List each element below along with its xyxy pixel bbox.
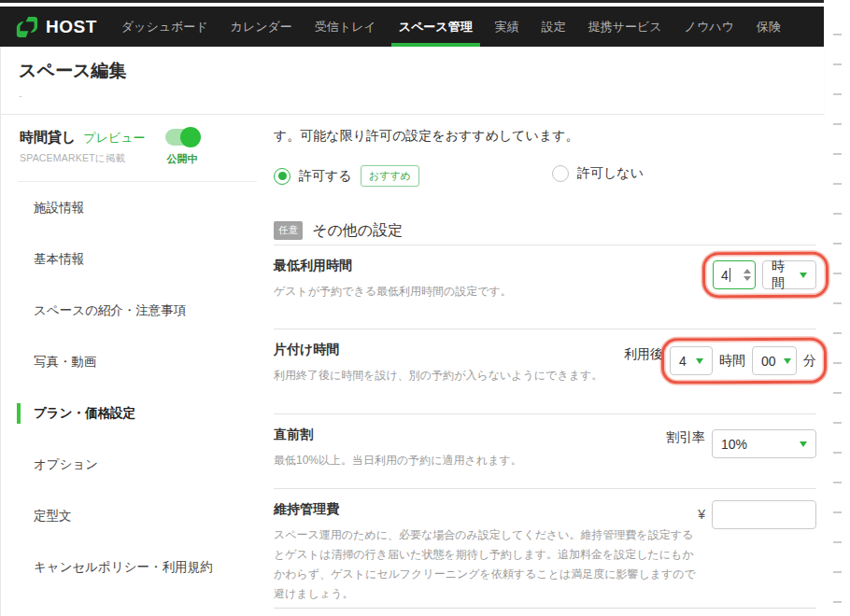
sidebar: 時間貸し プレビュー SPACEMARKETに掲載 公開中 施設情報 基本情報 … (1, 115, 274, 616)
maintenance-fee-input[interactable] (712, 500, 816, 529)
sidebar-item-space-intro[interactable]: スペースの紹介・注意事項 (1, 285, 274, 336)
preview-link[interactable]: プレビュー (83, 130, 145, 147)
last-minute-label: 直前割 (274, 427, 666, 443)
listing-subtitle: SPACEMARKETに掲載 (20, 152, 149, 165)
min-usage-label: 最低利用時間 (274, 258, 713, 274)
sidebar-item-photos-videos[interactable]: 写真・動画 (1, 336, 274, 387)
radio-allow-button[interactable] (274, 168, 290, 185)
recommended-badge: おすすめ (361, 165, 419, 187)
min-usage-unit-value: 時間 (772, 259, 792, 292)
permission-radio-group: 許可する おすすめ 許可しない (274, 159, 816, 217)
sidebar-item-templates[interactable]: 定型文 (1, 490, 274, 541)
text-cursor (730, 268, 730, 282)
currency-symbol: ¥ (698, 507, 705, 522)
edge-tick-marks (833, 34, 842, 605)
discount-rate-select[interactable]: 10% (712, 429, 816, 458)
nav-item-calendar[interactable]: カレンダー (220, 7, 304, 47)
sidebar-item-facility-info[interactable]: 施設情報 (1, 182, 274, 233)
top-navbar: HOST ダッシュボード カレンダー 受信トレイ スペース管理 実績 設定 提携… (0, 7, 824, 47)
cleanup-controls: 4 時間 00 分 (670, 346, 816, 375)
cleanup-minutes-unit: 分 (803, 353, 816, 370)
nav-item-settings[interactable]: 設定 (531, 7, 577, 47)
min-usage-time-row: 最低利用時間 ゲストが予約できる最低利用時間の設定です。 4 時 (274, 245, 816, 329)
sidebar-item-basic-info[interactable]: 基本情報 (1, 233, 274, 285)
toggle-knob (180, 127, 201, 147)
min-usage-value: 4 (721, 268, 729, 283)
chevron-down-icon (800, 441, 807, 447)
radio-allow[interactable]: 許可する おすすめ (274, 165, 552, 187)
radio-deny[interactable]: 許可しない (552, 165, 644, 182)
publish-toggle[interactable] (165, 129, 199, 146)
radio-allow-label: 許可する (299, 168, 352, 185)
sidebar-menu: 施設情報 基本情報 スペースの紹介・注意事項 写真・動画 プラン・価格設定 オプ… (1, 182, 274, 593)
publish-status-label: 公開中 (165, 152, 199, 166)
maintenance-label: 維持管理費 (274, 501, 698, 518)
nav-item-inbox[interactable]: 受信トレイ (304, 7, 388, 47)
nav-item-partner-services[interactable]: 提携サービス (577, 7, 673, 47)
discount-rate-label: 割引率 (666, 429, 705, 446)
spacemarket-logo-icon (15, 15, 39, 39)
page-header: スペース編集 - (0, 47, 824, 115)
min-usage-controls: 4 時間 (713, 260, 816, 289)
last-minute-desc: 最低10%以上。当日利用の予約に適用されます。 (274, 451, 666, 470)
maintenance-desc: スペース運用のために、必要な場合のみ設定してください。維持管理費を設定するとゲス… (274, 525, 698, 604)
permission-help-text: す。可能な限り許可の設定をおすすめしています。 (274, 115, 816, 159)
min-usage-hours-input[interactable]: 4 (713, 260, 756, 289)
cleanup-label: 片付け時間 (274, 342, 624, 358)
step-up-icon[interactable] (744, 269, 751, 273)
cleanup-hours-value: 4 (679, 354, 688, 369)
nav-item-knowhow[interactable]: ノウハウ (673, 7, 745, 47)
sidebar-item-plan-pricing[interactable]: プラン・価格設定 (1, 387, 274, 439)
maintenance-fee-row: 維持管理費 スペース運用のために、必要な場合のみ設定してください。維持管理費を設… (274, 488, 816, 609)
chevron-down-icon (696, 358, 703, 364)
nav-item-results[interactable]: 実績 (484, 7, 531, 47)
other-settings-section-header: 任意 その他の設定 (274, 217, 816, 245)
host-logo[interactable]: HOST (0, 7, 110, 47)
optional-badge: 任意 (274, 221, 303, 240)
listing-type-label: 時間貸し (20, 129, 76, 147)
page-subtitle-dash: - (19, 90, 22, 101)
min-usage-unit-select[interactable]: 時間 (762, 260, 816, 289)
last-minute-discount-row: 直前割 最低10%以上。当日利用の予約に適用されます。 割引率 10% (274, 413, 816, 488)
sidebar-item-cancel-policy[interactable]: キャンセルポリシー・利用規約 (1, 541, 274, 593)
min-usage-desc: ゲストが予約できる最低利用時間の設定です。 (274, 282, 705, 301)
main-content: す。可能な限り許可の設定をおすすめしています。 許可する おすすめ 許可しない … (274, 115, 824, 616)
nav-item-space-management[interactable]: スペース管理 (388, 7, 484, 47)
window-top-edge (0, 0, 824, 3)
discount-rate-value: 10% (721, 437, 792, 452)
step-down-icon[interactable] (744, 276, 751, 281)
brand-name: HOST (46, 17, 97, 37)
number-stepper[interactable] (744, 269, 751, 281)
cleanup-hours-select[interactable]: 4 (670, 346, 713, 375)
nav-menu: ダッシュボード カレンダー 受信トレイ スペース管理 実績 設定 提携サービス … (110, 7, 792, 47)
listing-summary: 時間貸し プレビュー SPACEMARKETに掲載 公開中 (1, 115, 274, 175)
radio-deny-button[interactable] (552, 165, 569, 182)
cleanup-minutes-select[interactable]: 00 (752, 346, 797, 375)
sidebar-item-options[interactable]: オプション (1, 439, 274, 490)
chevron-down-icon (784, 358, 791, 364)
cleanup-hours-unit: 時間 (719, 353, 745, 370)
cleanup-desc: 利用終了後に時間を設け、別の予約が入らないようにできます。 (274, 366, 624, 385)
chevron-down-icon (800, 273, 807, 278)
section-title: その他の設定 (312, 221, 403, 241)
cleanup-minutes-value: 00 (761, 354, 776, 369)
page-title: スペース編集 (19, 59, 126, 83)
radio-deny-label: 許可しない (577, 165, 644, 182)
cleanup-prefix: 利用後 (624, 346, 663, 363)
cleanup-time-row: 片付け時間 利用終了後に時間を設け、別の予約が入らないようにできます。 利用後 … (274, 329, 816, 413)
nav-item-insurance[interactable]: 保険 (745, 7, 792, 47)
app-window: HOST ダッシュボード カレンダー 受信トレイ スペース管理 実績 設定 提携… (0, 0, 850, 616)
nav-item-dashboard[interactable]: ダッシュボード (110, 7, 220, 47)
